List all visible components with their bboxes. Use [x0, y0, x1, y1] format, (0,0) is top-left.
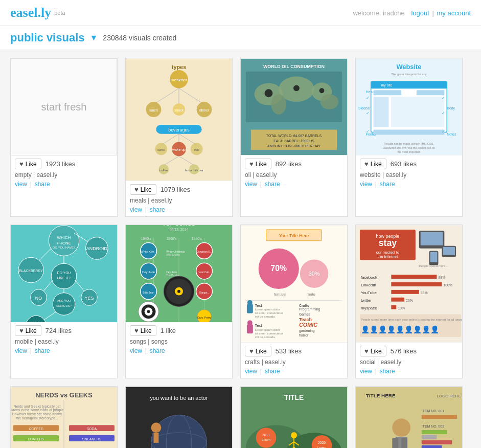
view-link-empty[interactable]: view: [15, 181, 27, 188]
svg-text:AMOUNT CONSUMED PER DAY: AMOUNT CONSUMED PER DAY: [267, 144, 320, 148]
title-green-thumbnail[interactable]: TITLE 2011 Lorem 2020 Lorem: [241, 387, 347, 448]
svg-text:Katy Perry: Katy Perry: [197, 316, 212, 319]
svg-text:JavaScript and PHP but the des: JavaScript and PHP but the design can be: [383, 146, 435, 149]
svg-text:✓: ✓: [442, 96, 445, 100]
like-button-mobile[interactable]: ♥ Like: [15, 325, 41, 336]
logo[interactable]: easel.ly: [10, 5, 51, 20]
svg-text:70%: 70%: [270, 264, 287, 273]
mobile-thumbnail[interactable]: MOBILE PHONES? WHICH PHONE DO YOU HAVE? …: [11, 225, 117, 322]
svg-text:White Chr...: White Chr...: [141, 250, 156, 253]
myaccount-link[interactable]: my account: [437, 9, 471, 17]
svg-point-129: [147, 310, 150, 313]
svg-text:SNEAKERS: SNEAKERS: [82, 437, 102, 441]
svg-point-38: [265, 89, 273, 97]
nerds-thumbnail[interactable]: NERDS vs GEEKS Nerds and Geeks typically…: [11, 387, 117, 448]
svg-text:vdi do amuada.: vdi do amuada.: [255, 315, 276, 318]
svg-text:the most important: the most important: [397, 150, 421, 153]
card-crafts: Your Title Here 70% 30% female male: [240, 225, 348, 378]
card-meals-info: ♥ Like 1079 likes meals | easel.ly view …: [126, 181, 232, 216]
svg-text:WHICH: WHICH: [57, 235, 71, 240]
share-link-social[interactable]: share: [380, 368, 395, 375]
subheader: public visuals ▼ 230848 visuals created: [0, 26, 481, 50]
view-link-mobile[interactable]: view: [15, 347, 27, 354]
svg-rect-146: [247, 304, 253, 313]
likes-count-social: 576 likes: [391, 347, 417, 355]
share-link-mobile[interactable]: share: [35, 347, 50, 354]
svg-text:sit amet, consectetur: sit amet, consectetur: [255, 311, 283, 315]
svg-point-160: [247, 320, 253, 325]
like-label: Like: [371, 161, 382, 168]
share-link-songs[interactable]: share: [150, 347, 165, 354]
svg-text:Notes: Notes: [447, 132, 456, 136]
likes-count-mobile: 724 likes: [45, 327, 72, 334]
card-social: how people stay connected to the interne…: [355, 225, 463, 378]
svg-text:YES: YES: [85, 296, 94, 301]
view-link-website[interactable]: view: [360, 181, 372, 188]
svg-text:Lorem: Lorem: [317, 446, 326, 448]
start-fresh-button[interactable]: start fresh: [11, 58, 117, 155]
like-button-website[interactable]: ♥ Like: [360, 159, 386, 169]
crafts-thumbnail[interactable]: Your Title Here 70% 30% female male: [241, 225, 347, 343]
view-link-songs[interactable]: view: [130, 347, 142, 354]
like-button-meals[interactable]: ♥ Like: [130, 184, 156, 195]
svg-text:Gangst...: Gangst...: [199, 292, 210, 294]
card-social-links: view | share: [360, 367, 458, 375]
svg-text:However these are rising above: However these are rising above: [12, 412, 62, 416]
card-meals-links: view | share: [130, 206, 228, 213]
website-thumbnail[interactable]: Website The great blueprint for any my s…: [356, 58, 462, 155]
svg-rect-188: [391, 298, 404, 302]
like-button-crafts[interactable]: ♥ Like: [245, 346, 271, 356]
title-tan-thumbnail[interactable]: TITLE HERE LOGO HERE ITEM NO. 001 ITEM N…: [356, 387, 462, 448]
heart-icon: ♥: [19, 327, 24, 334]
logo-beta: beta: [54, 10, 65, 16]
svg-text:Bing Crosby: Bing Crosby: [166, 254, 180, 256]
svg-rect-259: [422, 445, 442, 448]
svg-text:Sidebar: Sidebar: [358, 106, 371, 110]
view-link-crafts[interactable]: view: [245, 368, 257, 375]
like-button-oil[interactable]: ♥ Like: [245, 159, 271, 169]
card-crafts-info: ♥ Like 533 likes crafts | easel.ly view …: [241, 343, 347, 378]
svg-text:vdi do amuada.: vdi do amuada.: [255, 335, 276, 339]
likes-count-empty: 1923 likes: [45, 160, 76, 168]
view-link-social[interactable]: view: [360, 368, 372, 375]
card-crafts-meta: crafts | easel.ly: [245, 359, 343, 366]
svg-text:1960's: 1960's: [166, 237, 177, 240]
svg-text:Lorem: Lorem: [262, 438, 270, 441]
svg-text:beverages: beverages: [168, 127, 190, 132]
svg-text:Hotel Cali...: Hotel Cali...: [198, 271, 211, 274]
share-link-website[interactable]: share: [380, 181, 395, 188]
card-oil: WORLD OIL CONSUMPTION TOTAL WORLD: 8: [240, 58, 348, 217]
social-thumbnail[interactable]: how people stay connected to the interne…: [356, 225, 462, 343]
songs-thumbnail[interactable]: TOP SONGS 04/13, 2014 1940's 1960's 1980…: [126, 225, 232, 322]
like-button-songs[interactable]: ♥ Like: [130, 325, 156, 336]
public-visuals-title[interactable]: public visuals: [10, 31, 85, 44]
svg-text:The great blueprint for any: The great blueprint for any: [391, 73, 427, 76]
heart-icon: ♥: [364, 347, 369, 355]
oil-thumbnail[interactable]: WORLD OIL CONSUMPTION TOTAL WORLD: 8: [241, 58, 347, 155]
share-link-crafts[interactable]: share: [265, 368, 280, 375]
view-link-oil[interactable]: view: [245, 181, 257, 188]
svg-text:The Beatles: The Beatles: [166, 274, 180, 277]
svg-text:NO: NO: [35, 296, 42, 301]
svg-text:Billie Jean: Billie Jean: [143, 292, 154, 294]
card-songs-links: view | share: [130, 347, 228, 354]
svg-point-216: [151, 422, 162, 433]
share-link-oil[interactable]: share: [265, 181, 280, 188]
like-button-empty[interactable]: ♥ Like: [15, 159, 41, 169]
header-right: welcome, iradche logout | my account: [352, 9, 471, 17]
svg-text:26%: 26%: [406, 299, 413, 302]
like-button-social[interactable]: ♥ Like: [360, 346, 386, 356]
like-label: Like: [141, 327, 152, 334]
svg-point-125: [177, 290, 180, 293]
svg-text:my site: my site: [381, 83, 393, 87]
logout-link[interactable]: logout: [411, 9, 429, 17]
share-link-meals[interactable]: share: [150, 206, 165, 213]
meals-thumbnail[interactable]: types breakfast lunch snack dinner: [126, 58, 232, 181]
dropdown-arrow-icon[interactable]: ▼: [90, 33, 98, 42]
view-link-meals[interactable]: view: [130, 206, 142, 213]
card-songs-info: ♥ Like 1 like songs | songs view | share: [126, 322, 232, 357]
heart-icon: ♥: [249, 160, 254, 168]
actor-thumbnail[interactable]: you want to be an actor 1 in 30,000 acti…: [126, 387, 232, 448]
share-link-empty[interactable]: share: [35, 181, 50, 188]
svg-text:sit amet, consectetur: sit amet, consectetur: [255, 332, 283, 335]
